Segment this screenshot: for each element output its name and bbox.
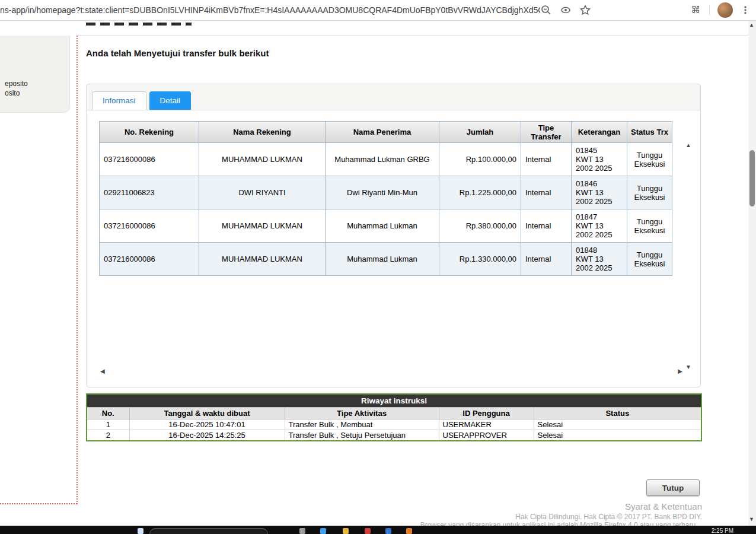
- browser-toolbar: ns-app/in/homepage?t:state:client=sDUBBO…: [0, 0, 756, 21]
- table-row: 037216000086 MUHAMMAD LUKMAN Muhammad Lu…: [100, 209, 672, 243]
- history-header-row: No. Tanggal & waktu dibuat Tipe Aktivita…: [87, 408, 701, 419]
- table-cell: 16-Dec-2025 14:25:25: [129, 430, 285, 441]
- column-header: Nama Rekening: [199, 122, 326, 143]
- tab-strip: Informasi Detail: [87, 84, 700, 110]
- column-header: Tanggal & waktu dibuat: [129, 408, 285, 419]
- table-cell: Tunggu Eksekusi: [627, 209, 672, 243]
- table-cell: 16-Dec-2025 10:47:01: [129, 419, 285, 430]
- taskbar-app-icon[interactable]: [385, 528, 391, 534]
- toolbar-icons: [540, 2, 756, 18]
- tab-detail[interactable]: Detail: [149, 91, 192, 110]
- table-header-row: No. Rekening Nama Rekening Nama Penerima…: [100, 122, 672, 143]
- table-cell: Selesai: [534, 430, 701, 441]
- profile-avatar[interactable]: [717, 2, 733, 18]
- bookmark-star-icon[interactable]: [579, 4, 591, 16]
- menu-kebab-icon[interactable]: [741, 4, 750, 16]
- taskbar-app-icon[interactable]: [320, 528, 326, 534]
- table-cell: 1: [87, 419, 129, 430]
- sidebar-item-deposito-1[interactable]: eposito: [5, 80, 28, 88]
- table-cell: Transfer Bulk , Membuat: [285, 419, 439, 430]
- table-cell: Rp.1.225.000,00: [439, 176, 521, 209]
- main-content: Anda telah Menyetujui transfer bulk beri…: [78, 36, 748, 526]
- screen: ns-app/in/homepage?t:state:client=sDUBBO…: [0, 0, 756, 534]
- table-row: 029211006823 DWI RIYANTI Dwi Riyanti Min…: [100, 176, 672, 209]
- sidebar-item-deposito-2[interactable]: osito: [5, 89, 20, 97]
- taskbar-app-icon[interactable]: [406, 528, 412, 534]
- taskbar-app-icon[interactable]: [365, 528, 371, 534]
- history-title-row: Riwayat instruksi: [87, 394, 701, 408]
- scrollbar-down-arrow-icon[interactable]: ▼: [749, 516, 754, 522]
- history-row: 1 16-Dec-2025 10:47:01 Transfer Bulk , M…: [87, 419, 701, 430]
- tab-informasi[interactable]: Informasi: [92, 91, 146, 110]
- column-header: Status Trx: [627, 122, 672, 143]
- frame-dashed-border-horizontal: [0, 503, 77, 504]
- table-cell: Transfer Bulk , Setuju Persetujuan: [285, 430, 439, 441]
- scrollbar-up-arrow-icon[interactable]: ▲: [749, 22, 754, 28]
- table-cell: DWI RIYANTI: [199, 176, 326, 209]
- terms-link[interactable]: Syarat & Ketentuan: [78, 501, 702, 511]
- inner-scroll-left-icon[interactable]: ◀: [100, 368, 105, 374]
- table-cell: USERMAKER: [439, 419, 534, 430]
- table-cell: 2: [87, 430, 129, 441]
- column-header: ID Pengguna: [439, 408, 534, 419]
- table-cell: Internal: [521, 243, 572, 276]
- table-cell: 01846 KWT 13 2002 2025: [572, 176, 627, 209]
- column-header: Status: [534, 408, 701, 419]
- inner-scroll-down-icon[interactable]: ▼: [685, 364, 691, 370]
- table-cell: 01845 KWT 13 2002 2025: [572, 143, 627, 176]
- table-cell: Tunggu Eksekusi: [627, 143, 672, 176]
- table-cell: MUHAMMAD LUKMAN: [199, 243, 326, 276]
- tab-panel: Informasi Detail No. Rekening Nama Reken…: [86, 84, 701, 387]
- table-cell: 01848 KWT 13 2002 2025: [572, 243, 627, 276]
- url-bar[interactable]: ns-app/in/homepage?t:state:client=sDUBBO…: [0, 5, 540, 15]
- transfer-table: No. Rekening Nama Rekening Nama Penerima…: [99, 121, 672, 276]
- zoom-icon[interactable]: [540, 4, 552, 16]
- column-header: Nama Penerima: [326, 122, 439, 143]
- table-cell: Tunggu Eksekusi: [627, 243, 672, 276]
- inner-scroll-up-icon[interactable]: ▲: [685, 142, 691, 148]
- table-cell: Muhammad Lukman: [326, 243, 439, 276]
- scrollbar-thumb[interactable]: [749, 150, 755, 206]
- inner-scroll-right-icon[interactable]: ▶: [678, 368, 682, 374]
- taskbar-search-box[interactable]: [149, 528, 268, 534]
- table-cell: Internal: [521, 209, 572, 243]
- table-cell: Rp.1.330.000,00: [439, 243, 521, 276]
- os-taskbar: 2:25 PM: [0, 526, 756, 534]
- table-cell: 037216000086: [100, 143, 199, 176]
- eye-icon[interactable]: [560, 4, 572, 16]
- table-row: 037216000086 MUHAMMAD LUKMAN Muhammad Lu…: [100, 243, 672, 276]
- table-cell: Dwi Riyanti Min-Mun: [326, 176, 439, 209]
- table-cell: Tunggu Eksekusi: [627, 176, 672, 209]
- table-cell: 01847 KWT 13 2002 2025: [572, 209, 627, 243]
- page-title: Anda telah Menyetujui transfer bulk beri…: [86, 48, 269, 58]
- taskbar-clock[interactable]: 2:25 PM: [712, 527, 733, 534]
- table-cell: Rp.380.000,00: [439, 209, 521, 243]
- column-header: Tipe Transfer: [521, 122, 572, 143]
- table-cell: Muhammad Lukman: [326, 209, 439, 243]
- column-header: Tipe Aktivitas: [285, 408, 439, 419]
- table-cell: Selesai: [534, 419, 701, 430]
- table-cell: MUHAMMAD LUKMAN: [199, 209, 326, 243]
- page-scrollbar[interactable]: ▲ ▼: [748, 21, 756, 526]
- taskbar-app-icon[interactable]: [343, 528, 349, 534]
- extensions-puzzle-icon[interactable]: [690, 4, 701, 16]
- table-scroll-region: No. Rekening Nama Rekening Nama Penerima…: [87, 110, 700, 387]
- column-header: Keterangan: [572, 122, 627, 143]
- table-cell: 037216000086: [100, 209, 199, 243]
- table-cell: Muhammad Lukman GRBG: [326, 143, 439, 176]
- table-cell: 029211006823: [100, 176, 199, 209]
- clipped-text-fragment: [86, 23, 192, 26]
- table-row: 037216000086 MUHAMMAD LUKMAN Muhammad Lu…: [100, 143, 672, 176]
- toolbar-separator: [709, 5, 710, 15]
- close-button[interactable]: Tutup: [646, 479, 700, 496]
- taskbar-app-icon[interactable]: [299, 528, 305, 534]
- history-table: Riwayat instruksi No. Tanggal & waktu di…: [86, 393, 702, 441]
- copyright-text: Hak Cipta Dilindungi. Hak Cipta © 2017 P…: [78, 513, 702, 521]
- column-header: Jumlah: [439, 122, 521, 143]
- column-header: No.: [87, 408, 129, 419]
- table-cell: Internal: [521, 176, 572, 209]
- sidebar: eposito osito: [0, 36, 70, 113]
- start-button-icon[interactable]: [138, 528, 143, 534]
- table-cell: USERAPPROVER: [439, 430, 534, 441]
- table-cell: MUHAMMAD LUKMAN: [199, 143, 326, 176]
